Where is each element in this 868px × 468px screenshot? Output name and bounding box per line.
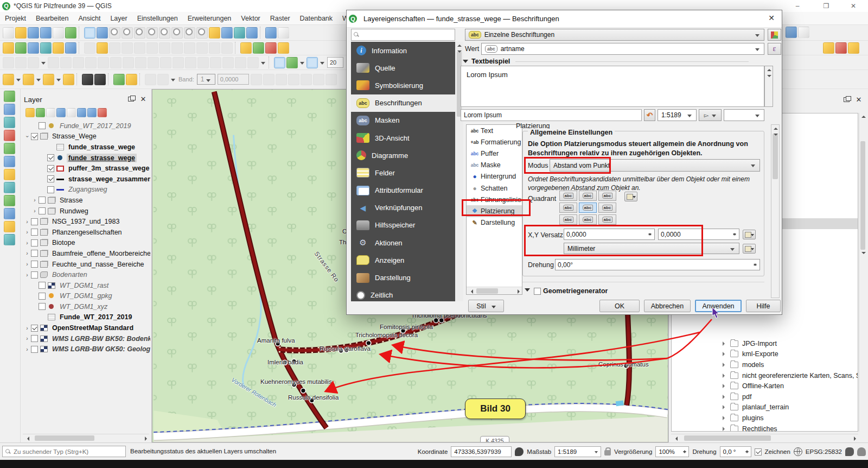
form-annotation-icon[interactable]: [4, 221, 15, 232]
grid-tool-icon[interactable]: [4, 234, 15, 245]
python-console-icon[interactable]: [65, 42, 76, 54]
label-settings-tab[interactable]: abc Puffer: [467, 148, 522, 159]
expander-icon[interactable]: ›: [24, 240, 30, 246]
tracing-offset-input[interactable]: 20: [327, 57, 343, 68]
expander-icon[interactable]: ›: [31, 208, 38, 214]
geometry-generator-checkbox[interactable]: [534, 288, 541, 295]
layer-tree-row[interactable]: › Rundweg: [22, 206, 150, 217]
zoom-out-icon[interactable]: [122, 27, 133, 39]
offset-x-spinbox[interactable]: 0,0000: [564, 229, 655, 240]
refresh-map-icon[interactable]: [246, 27, 258, 39]
reshape-features-icon[interactable]: [185, 57, 196, 68]
scroll-left-icon[interactable]: [23, 435, 30, 441]
layer-checkbox[interactable]: [31, 335, 38, 342]
digitize-icon[interactable]: [122, 42, 133, 54]
expander-icon[interactable]: ›: [24, 133, 30, 140]
apply-button[interactable]: Anwenden: [695, 300, 742, 312]
remove-layer-icon[interactable]: [98, 108, 107, 117]
zoom-native-icon[interactable]: [134, 27, 145, 39]
topology-icon[interactable]: [4, 104, 15, 115]
pin-labels-icon[interactable]: [265, 42, 277, 54]
data-defined-quadrant-icon[interactable]: [624, 192, 637, 201]
expander-icon[interactable]: ›: [24, 250, 30, 256]
layer-tree-row[interactable]: › WMS LGRB-BW GK50: Geologi: [22, 344, 150, 355]
vertex-highlight-icon[interactable]: [4, 91, 15, 102]
rotation-spinbox[interactable]: 0,00°: [555, 259, 760, 270]
project-properties-icon[interactable]: [53, 27, 64, 39]
fill-ring-icon[interactable]: [135, 57, 146, 68]
value-expression-select[interactable]: abc artname: [481, 43, 764, 55]
quadrant-button[interactable]: abc: [579, 203, 597, 213]
delete-part-icon[interactable]: [160, 57, 171, 68]
new-project-icon[interactable]: [3, 27, 14, 39]
preview-scrollbar[interactable]: [764, 66, 773, 107]
expander-icon[interactable]: ›: [24, 261, 30, 267]
layer-tree-row[interactable]: › Biotope: [22, 238, 150, 249]
layer-diagram-icon[interactable]: [253, 42, 264, 54]
expander-icon[interactable]: ›: [24, 272, 30, 278]
modify-attributes-icon[interactable]: [146, 42, 158, 54]
add-ring-icon[interactable]: [110, 57, 122, 68]
layer-checkbox[interactable]: [39, 282, 46, 289]
layer-tree-row[interactable]: puffer_3m_strasse_wege: [22, 163, 150, 174]
raster-eyedropper-icon[interactable]: [145, 74, 156, 85]
label-settings-tab[interactable]: ● Hintergrund: [467, 171, 522, 182]
dialog-sidebar-item[interactable]: Felder: [351, 164, 455, 181]
draw-line-icon[interactable]: [4, 143, 15, 154]
add-part-icon[interactable]: [123, 57, 134, 68]
label-settings-tab[interactable]: abc Text: [467, 125, 522, 136]
layer-tree-row[interactable]: › OpenStreetMap Standard: [22, 322, 150, 333]
dialog-sidebar-item[interactable]: Diagramme: [351, 147, 455, 164]
move-feature-icon[interactable]: [48, 57, 59, 68]
float-panel-icon[interactable]: [126, 95, 136, 104]
dialog-sidebar-item[interactable]: abc Beschriftungen: [351, 94, 455, 112]
layer-checkbox[interactable]: [39, 122, 46, 129]
rotate-point-symbols-icon[interactable]: [235, 57, 246, 68]
folder-item[interactable]: Offline-Karten: [672, 381, 858, 391]
zoom-next-icon[interactable]: [196, 27, 208, 39]
expander-icon[interactable]: [720, 394, 728, 400]
cut-features-icon[interactable]: [171, 42, 183, 54]
mouse-tracking-icon[interactable]: [515, 447, 524, 456]
save-layer-edits-icon[interactable]: [109, 42, 120, 54]
labeling-mode-select[interactable]: abc Einzelne Beschriftungen: [465, 29, 764, 41]
layer-tree-row[interactable]: › Strasse_Wege: [22, 131, 150, 142]
map-tips-icon[interactable]: [126, 74, 137, 85]
select-by-location-icon[interactable]: [63, 74, 74, 85]
dialog-sidebar-item[interactable]: abc Masken: [351, 112, 455, 129]
expander-icon[interactable]: ›: [24, 229, 30, 235]
save-project-icon[interactable]: [28, 27, 39, 39]
label-settings-tab[interactable]: +ab Formatierung: [467, 136, 522, 148]
collapse-all-icon[interactable]: [87, 108, 97, 117]
rotate-feature-icon[interactable]: [73, 57, 84, 68]
layer-checkbox[interactable]: [31, 261, 38, 268]
layer-checkbox[interactable]: [47, 165, 54, 172]
save-project-as-icon[interactable]: [40, 27, 52, 39]
notifications-icon[interactable]: [857, 447, 866, 456]
menu-item[interactable]: Raster: [265, 13, 295, 24]
layer-tree-row[interactable]: WT_DGM1_xyz: [22, 301, 150, 312]
folder-item[interactable]: nicht georeferenzierte Karten, Scans, Sc…: [672, 370, 858, 381]
menu-item[interactable]: Vektor: [236, 13, 265, 24]
dd-icon[interactable]: [260, 57, 266, 68]
zoom-preview-icon[interactable]: [113, 74, 125, 85]
preview-background-select[interactable]: [724, 109, 764, 121]
dd-icon[interactable]: [299, 57, 305, 68]
help-button[interactable]: Hilfe: [746, 300, 781, 312]
scale-select[interactable]: 1:5189: [554, 446, 601, 457]
merge-features-icon[interactable]: [222, 57, 234, 68]
dialog-sidebar-item[interactable]: Hilfsspeicher: [351, 217, 455, 234]
reset-sample-icon[interactable]: ↶: [644, 109, 655, 121]
dd-icon[interactable]: [170, 74, 176, 85]
zoom-last-icon[interactable]: [184, 27, 195, 39]
layer-checkbox[interactable]: [31, 346, 38, 353]
current-edits-icon[interactable]: [84, 42, 95, 54]
quadrant-button[interactable]: abc: [559, 203, 577, 213]
crs-globe-icon[interactable]: [794, 447, 802, 456]
map-settings-button[interactable]: ▻: [699, 109, 722, 121]
dialog-sidebar-item[interactable]: Darstellung: [351, 269, 455, 286]
close-button[interactable]: ✕: [845, 1, 861, 11]
lock-scale-icon[interactable]: [604, 450, 611, 456]
expander-icon[interactable]: [720, 372, 728, 379]
offset-units-select[interactable]: Millimeter: [564, 243, 739, 254]
